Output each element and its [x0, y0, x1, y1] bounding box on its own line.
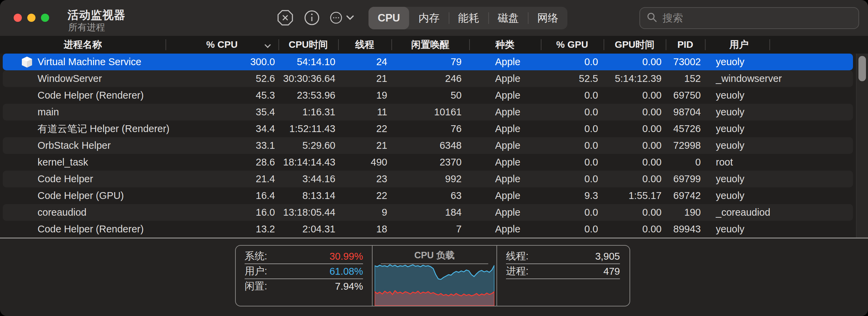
process-pid: 89943 — [668, 221, 708, 238]
table-row[interactable]: 有道云笔记 Helper (Renderer) 34.4 1:52:11.43 … — [3, 120, 853, 137]
process-kind: Apple — [472, 221, 544, 238]
search-input[interactable]: 搜索 — [639, 7, 859, 29]
process-user: yeuoly — [708, 104, 776, 120]
idle-value: 7.94% — [335, 281, 363, 292]
process-cpu-time: 18:14:14.43 — [281, 154, 341, 171]
process-threads: 21 — [341, 137, 394, 154]
table-row[interactable]: Code Helper (GPU) 16.4 8:13.14 22 63 App… — [3, 187, 853, 204]
column-header-pid[interactable]: PID — [666, 36, 705, 54]
process-gpu: 0.0 — [544, 171, 606, 187]
process-cpu: 13.2 — [168, 221, 281, 238]
process-kind: Apple — [472, 171, 544, 187]
process-gpu: 0.0 — [544, 54, 606, 70]
process-cpu: 300.0 — [168, 54, 281, 70]
tab-disk[interactable]: 磁盘 — [488, 7, 528, 29]
process-threads: 24 — [341, 54, 394, 70]
column-header-gpu[interactable]: % GPU — [541, 36, 604, 54]
more-options-button[interactable] — [327, 9, 356, 27]
process-user: yeuoly — [708, 54, 776, 70]
stop-process-button[interactable] — [276, 9, 294, 27]
window-title: 活动监视器 — [68, 8, 126, 23]
process-gpu: 0.0 — [544, 87, 606, 104]
zoom-window-button[interactable] — [41, 14, 49, 22]
table-row[interactable]: main 35.4 1:16.31 11 10161 Apple 0.0 0.0… — [3, 104, 853, 120]
process-user: root — [708, 154, 776, 171]
process-gpu: 52.5 — [544, 70, 606, 87]
process-pid: 72998 — [668, 137, 708, 154]
search-placeholder: 搜索 — [663, 11, 683, 25]
process-cpu-time: 13:18:05.44 — [281, 204, 341, 221]
stat-system: 系统: 30.99% — [245, 249, 363, 264]
table-row[interactable]: Code Helper (Renderer) 45.3 23:53.96 19 … — [3, 87, 853, 104]
process-gpu-time: 0.00 — [606, 104, 668, 120]
process-threads: 22 — [341, 120, 394, 137]
process-name: kernel_task — [38, 157, 88, 168]
close-window-button[interactable] — [14, 14, 22, 22]
idle-label: 闲置: — [245, 279, 267, 293]
table-row[interactable]: kernel_task 28.6 18:14:14.43 490 2370 Ap… — [3, 154, 853, 171]
process-idle-wakeups: 76 — [394, 120, 472, 137]
column-header-kind[interactable]: 种类 — [469, 36, 541, 54]
process-idle-wakeups: 992 — [394, 171, 472, 187]
process-gpu: 0.0 — [544, 204, 606, 221]
search-icon — [646, 12, 658, 25]
process-gpu-time: 0.00 — [606, 137, 668, 154]
process-cpu-time: 1:16.31 — [281, 104, 341, 120]
activity-monitor-window: 活动监视器 所有进程 — [0, 0, 868, 316]
process-threads: 19 — [341, 87, 394, 104]
stat-idle: 闲置: 7.94% — [245, 279, 363, 293]
column-header-user[interactable]: 用户 — [705, 36, 773, 54]
cpu-usage-panel: 系统: 30.99% 用户: 61.08% 闲置: 7.94% — [236, 246, 373, 306]
process-name: 有道云笔记 Helper (Renderer) — [38, 122, 170, 136]
process-user: yeuoly — [708, 120, 776, 137]
process-user: yeuoly — [708, 87, 776, 104]
process-idle-wakeups: 50 — [394, 87, 472, 104]
column-header-name[interactable]: 进程名称 — [0, 36, 165, 54]
table-row[interactable]: coreaudiod 16.0 13:18:05.44 9 184 Apple … — [3, 204, 853, 221]
user-label: 用户: — [245, 264, 267, 278]
process-name: main — [38, 106, 59, 118]
table-row[interactable]: WindowServer 52.6 30:30:36.64 21 246 App… — [3, 70, 853, 87]
processes-value: 479 — [604, 266, 620, 277]
process-gpu-time: 0.00 — [606, 204, 668, 221]
window-subtitle: 所有进程 — [68, 21, 105, 33]
process-kind: Apple — [472, 87, 544, 104]
column-header-idle-wakeups[interactable]: 闲置唤醒 — [391, 36, 469, 54]
column-header-cpu[interactable]: % CPU — [165, 36, 278, 54]
scrollbar-thumb[interactable] — [858, 56, 866, 81]
process-threads: 23 — [341, 171, 394, 187]
table-row[interactable]: OrbStack Helper 33.1 5:29.60 21 6348 App… — [3, 137, 853, 154]
counts-panel: 线程: 3,905 进程: 479 — [497, 246, 629, 306]
process-cpu-time: 8:13.14 — [281, 187, 341, 204]
column-header-gpu-time[interactable]: GPU时间 — [604, 36, 666, 54]
sort-descending-icon — [265, 43, 270, 47]
tab-energy[interactable]: 能耗 — [449, 7, 488, 29]
stat-processes: 进程: 479 — [506, 264, 620, 279]
process-threads: 9 — [341, 204, 394, 221]
process-gpu: 9.3 — [544, 187, 606, 204]
minimize-window-button[interactable] — [27, 14, 35, 22]
threads-value: 3,905 — [595, 251, 620, 262]
process-threads: 490 — [341, 154, 394, 171]
tab-network[interactable]: 网络 — [528, 7, 567, 29]
tab-cpu[interactable]: CPU — [368, 7, 409, 29]
process-name: coreaudiod — [38, 207, 87, 218]
table-row[interactable]: Code Helper (Renderer) 13.2 2:04.31 18 7… — [3, 221, 853, 238]
process-cpu-time: 2:04.31 — [281, 221, 341, 238]
table-row[interactable]: Code Helper 21.4 3:44.16 23 992 Apple 0.… — [3, 171, 853, 187]
table-row[interactable]: Virtual Machine Service 300.0 54:14.10 2… — [3, 54, 853, 70]
process-user: yeuoly — [708, 187, 776, 204]
vertical-scrollbar[interactable] — [856, 54, 868, 238]
column-header-cpu-time[interactable]: CPU时间 — [278, 36, 338, 54]
inspect-process-button[interactable] — [303, 9, 321, 27]
process-kind: Apple — [472, 104, 544, 120]
process-cpu-time: 54:14.10 — [281, 54, 341, 70]
system-label: 系统: — [245, 249, 267, 263]
process-name: OrbStack Helper — [38, 140, 111, 151]
process-cpu: 16.4 — [168, 187, 281, 204]
tab-memory[interactable]: 内存 — [409, 7, 449, 29]
process-app-icon — [20, 56, 33, 69]
cpu-load-chart: CPU 负载 — [373, 246, 497, 306]
column-header-threads[interactable]: 线程 — [338, 36, 391, 54]
process-cpu-time: 1:52:11.43 — [281, 120, 341, 137]
